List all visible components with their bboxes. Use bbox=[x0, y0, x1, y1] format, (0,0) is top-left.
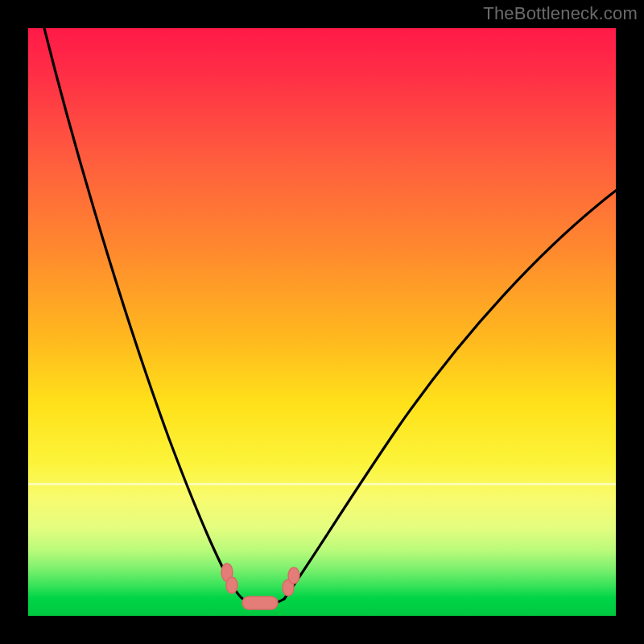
svg-point-1 bbox=[226, 577, 237, 593]
watermark-text: TheBottleneck.com bbox=[483, 3, 638, 24]
bottleneck-curve bbox=[28, 28, 616, 616]
svg-point-4 bbox=[288, 568, 299, 584]
curve-left-branch bbox=[44, 28, 244, 600]
svg-rect-2 bbox=[242, 597, 278, 609]
plot-area bbox=[28, 28, 616, 616]
marker-cluster bbox=[221, 564, 299, 609]
curve-right-branch bbox=[284, 188, 616, 599]
chart-frame: TheBottleneck.com bbox=[0, 0, 644, 644]
